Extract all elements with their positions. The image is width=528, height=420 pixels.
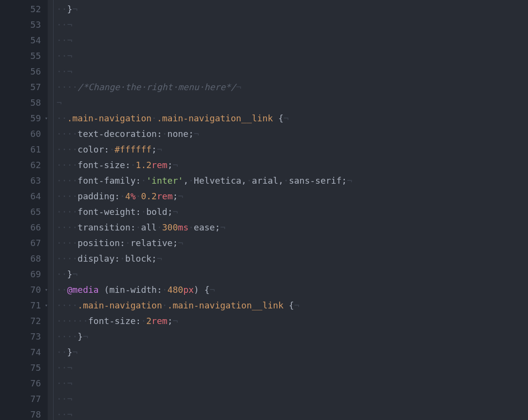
token-plain [283,300,289,310]
line-number[interactable]: 67 [0,235,48,251]
line-number[interactable]: 77 [0,391,48,407]
line-number[interactable]: 72 [0,313,48,329]
code-line[interactable]: ··@media (min-width:·480px) {¬ [54,282,528,298]
code-line[interactable]: ··¬ [54,407,528,420]
token-eol: ¬ [347,175,352,186]
code-line[interactable]: ··¬ [54,391,528,407]
line-number[interactable]: 52 [0,1,48,17]
token-num: 2 [146,316,151,326]
code-line[interactable]: ····.main-navigation·.main-navigation__l… [54,298,528,313]
line-number[interactable]: 53 [0,17,48,33]
token-eol: ¬ [220,222,226,232]
code-line[interactable]: ····text-decoration:·none;¬ [54,126,528,142]
line-number[interactable]: 73 [0,329,48,344]
code-line[interactable]: ··}¬ [54,344,528,360]
token-colon: : [157,285,162,295]
line-number[interactable]: 55 [0,48,48,64]
token-ws: ·· [57,113,67,123]
line-number[interactable]: 70▾ [0,282,48,298]
token-ws: ·· [57,409,67,420]
token-eol: ¬ [178,191,183,201]
token-plain [199,285,205,295]
fold-marker-icon[interactable]: ▾ [45,111,48,126]
code-content-area[interactable]: ··}¬··¬··¬··¬··¬····/*Change·the·right·m… [54,0,528,420]
code-line[interactable]: ····position:·relative;¬ [54,235,528,251]
token-eol: ¬ [294,300,300,310]
line-number[interactable]: 64 [0,189,48,204]
token-eol: ¬ [73,4,78,14]
line-number[interactable]: 63 [0,173,48,189]
token-eol: ¬ [67,19,73,30]
token-ws: ···· [57,207,77,217]
token-eol: ¬ [236,82,241,92]
token-ws: ···· [57,331,77,342]
line-number[interactable]: 58 [0,95,48,111]
fold-marker-icon[interactable]: ▾ [45,282,48,298]
line-number[interactable]: 65 [0,204,48,220]
code-line[interactable]: ··}¬ [54,267,528,282]
code-line[interactable]: ····color:·#ffffff;¬ [54,142,528,157]
line-number[interactable]: 62 [0,157,48,173]
token-ws: ···· [57,222,77,232]
code-line[interactable]: ··¬ [54,376,528,391]
code-line[interactable]: ····padding:·4%·0.2rem;¬ [54,189,528,204]
code-line[interactable]: ··¬ [54,360,528,376]
line-number[interactable]: 66 [0,220,48,235]
line-number[interactable]: 78 [0,407,48,420]
token-semi: ; [168,316,173,326]
code-line[interactable]: ··¬ [54,33,528,48]
code-line[interactable]: ····transition:·all·300ms·ease;¬ [54,220,528,235]
line-number[interactable]: 69 [0,267,48,282]
line-number[interactable]: 60 [0,126,48,142]
code-line[interactable]: ····font-size:·1.2rem;¬ [54,157,528,173]
token-eol: ¬ [67,51,73,61]
token-brace: { [205,285,210,295]
line-number[interactable]: 74 [0,344,48,360]
token-semi: ; [168,160,173,170]
token-ws: ·· [57,51,67,61]
token-unit: px [183,285,194,295]
indent-guide [48,0,54,420]
token-eol: ¬ [283,113,289,123]
code-line[interactable]: ····font-weight:·bold;¬ [54,204,528,220]
line-number[interactable]: 57 [0,79,48,95]
code-line[interactable]: ····font-family:·'inter',·Helvetica,·ari… [54,173,528,189]
token-eol: ¬ [67,35,73,45]
token-colon: : [136,316,141,326]
token-semi: ; [151,253,157,264]
token-ws: ···· [57,300,77,310]
code-line[interactable]: ····}¬ [54,329,528,344]
fold-marker-icon[interactable]: ▾ [45,298,48,313]
line-number[interactable]: 56 [0,64,48,79]
token-plain: relative [131,238,173,248]
code-line[interactable]: ¬ [54,95,528,111]
line-number[interactable]: 54 [0,33,48,48]
token-brace: { [289,300,294,310]
code-line[interactable]: ··¬ [54,17,528,33]
code-editor[interactable]: 5253545556575859▾6061626364656667686970▾… [0,0,528,420]
token-plain: none [168,129,189,139]
code-line[interactable]: ··¬ [54,48,528,64]
line-number[interactable]: 68 [0,251,48,267]
token-ws: · [151,113,157,123]
line-number[interactable]: 61 [0,142,48,157]
token-eol: ¬ [83,331,88,342]
token-semi: ; [341,175,347,186]
line-number[interactable]: 71▾ [0,298,48,313]
code-line[interactable]: ····display:·block;¬ [54,251,528,267]
code-line[interactable]: ····/*Change·the·right·menu·here*/¬ [54,79,528,95]
code-line[interactable]: ··}¬ [54,1,528,17]
line-number[interactable]: 76 [0,376,48,391]
line-number[interactable]: 75 [0,360,48,376]
token-eol: ¬ [209,285,215,295]
code-line[interactable]: ··.main-navigation·.main-navigation__lin… [54,111,528,126]
code-line[interactable]: ··¬ [54,64,528,79]
token-plain: arial [252,175,278,186]
token-prop: display [77,253,114,264]
code-line[interactable]: ······font-size:·2rem;¬ [54,313,528,329]
token-eol: ¬ [67,409,73,420]
line-number[interactable]: 59▾ [0,111,48,126]
line-number-gutter[interactable]: 5253545556575859▾6061626364656667686970▾… [0,0,48,420]
token-plain: sans-serif [289,175,341,186]
token-unit: rem [151,160,168,170]
